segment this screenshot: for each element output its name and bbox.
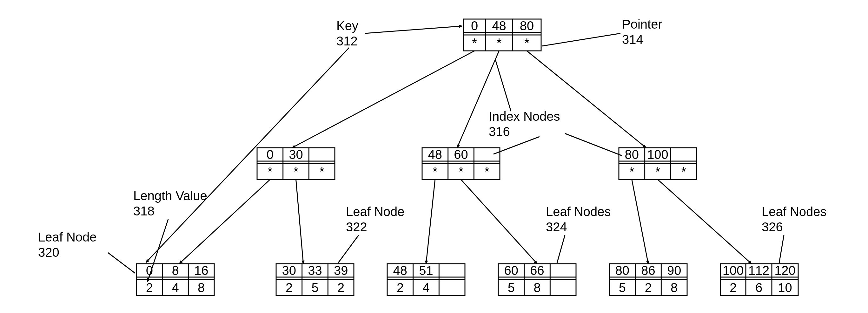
leaf1-val-1: 5 [311,281,318,294]
idx1-key-1: 60 [454,147,468,162]
leader-pointer [542,33,620,46]
leaf3-key-1: 66 [530,263,544,277]
label-length-value-line2: 318 [133,204,155,218]
leaf3-val-0: 5 [508,281,515,294]
idx2-node: 80*100** [619,147,696,179]
leader-key-root [365,26,462,33]
label-index-nodes-line1: Index Nodes [489,109,560,123]
label-pointer-line2: 314 [622,32,643,47]
leaf2-val-0: 2 [397,281,404,294]
leader-index-root [495,59,511,111]
label-leaf-324-line2: 324 [546,220,567,234]
leaf0-val-0: 2 [146,281,153,294]
leaf3-val-1: 8 [533,281,540,294]
leaf5-key-2: 120 [774,263,796,277]
idx1-val-2: * [484,165,489,178]
root-key-0: 0 [471,19,478,33]
leaf4-key-0: 80 [615,263,630,277]
label-leaf-320-line2: 320 [38,245,59,259]
arrow-idx2-leaf4 [632,179,648,264]
root-key-2: 80 [520,19,534,33]
arrow-idx1-leaf3 [461,179,537,264]
root-key-1: 48 [492,19,506,33]
leaf2-key-1: 51 [419,263,433,277]
leaf1-key-0: 30 [282,263,297,277]
label-leaf-320-line1: Leaf Node [38,230,97,244]
root-val-0: * [472,36,477,50]
leader-leaf-322 [338,235,359,263]
leaf1-key-1: 33 [308,263,322,277]
arrow-idx0-leaf1 [296,179,303,264]
idx1-val-1: * [459,165,464,178]
label-leaf-324: Leaf Nodes324 [546,205,611,234]
leaf5-val-2: 10 [778,281,792,294]
label-leaf-320: Leaf Node320 [38,230,97,259]
leaf4-val-1: 2 [645,281,652,294]
label-key: Key312 [336,19,358,48]
idx0-key-1: 30 [289,147,303,162]
leaf1-val-2: 2 [337,281,344,294]
label-index-nodes-line2: 316 [489,124,510,139]
leader-leaf-320 [108,253,135,273]
leaf3-node: 605668 [498,263,576,295]
label-index-nodes: Index Nodes316 [489,109,560,139]
arrow-root-idx0 [292,51,474,148]
label-leaf-326-line1: Leaf Nodes [762,205,827,219]
leaf0-val-2: 8 [198,281,205,294]
idx2-val-2: * [681,165,686,178]
leaf4-key-1: 86 [641,263,655,277]
leaf5-val-1: 6 [755,281,762,294]
label-leaf-324-line1: Leaf Nodes [546,205,611,219]
idx0-key-0: 0 [267,147,274,162]
leaf0-key-1: 8 [172,263,179,277]
leader-index-idx1 [494,137,539,154]
leaf5-key-1: 112 [748,263,770,277]
idx1-val-0: * [433,165,438,178]
idx2-val-1: * [655,165,660,178]
label-leaf-326-line2: 326 [762,220,783,234]
idx0-val-0: * [268,165,273,178]
label-key-line1: Key [336,19,358,33]
label-leaf-322-line2: 322 [346,220,367,234]
leaf4-key-2: 90 [667,263,681,277]
leader-index-idx2 [565,134,622,156]
label-key-line2: 312 [336,34,358,48]
idx0-val-2: * [319,165,324,178]
leaf1-val-0: 2 [286,281,292,294]
arrow-root-idx2 [527,51,646,148]
leaf2-node: 482514 [387,263,465,295]
leaf1-key-2: 39 [334,263,348,277]
leader-leaf-326 [779,235,784,263]
idx1-key-0: 48 [428,147,442,162]
leaf5-key-0: 100 [723,263,744,277]
label-leaf-322: Leaf Node322 [346,205,405,234]
leaf5-node: 1002112612010 [720,263,798,295]
leaf1-node: 302335392 [276,263,354,295]
leaf4-val-2: 8 [671,281,678,294]
leaf4-val-0: 5 [619,281,626,294]
label-pointer: Pointer314 [622,17,662,47]
root-node: 0*48*80* [463,19,541,51]
leaf4-node: 805862908 [609,263,687,295]
leaf3-key-0: 60 [504,263,519,277]
leaf5-val-0: 2 [730,281,737,294]
idx2-val-0: * [629,165,634,178]
root-val-1: * [497,36,502,50]
leaf0-key-2: 16 [194,263,209,277]
leader-leaf-324-a [557,235,565,263]
idx2-key-0: 80 [625,147,639,162]
label-leaf-326: Leaf Nodes326 [762,205,827,234]
label-length-value-line1: Length Value [133,189,207,203]
idx0-val-1: * [293,165,299,178]
label-leaf-322-line1: Leaf Node [346,205,405,219]
arrow-idx1-leaf2 [426,179,435,264]
leaf2-key-0: 48 [393,263,407,277]
idx2-key-1: 100 [647,147,669,162]
idx1-node: 48*60** [422,147,500,179]
idx0-node: 0*30** [257,147,335,179]
label-length-value: Length Value318 [133,189,207,218]
root-val-2: * [524,36,529,50]
label-pointer-line1: Pointer [622,17,662,31]
leaf0-val-1: 4 [172,281,179,294]
arrow-idx2-leaf5 [658,179,752,264]
